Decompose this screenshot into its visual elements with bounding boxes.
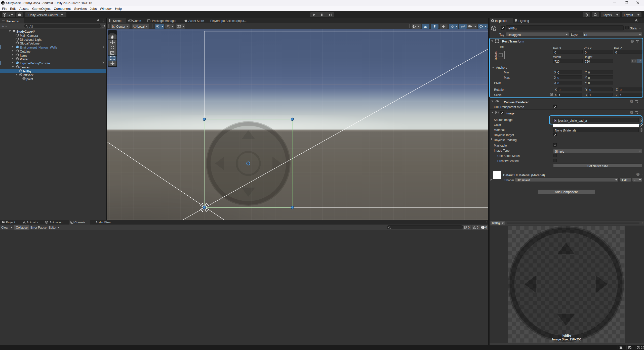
svg-text:Y: Y (158, 26, 159, 28)
svg-text:?: ? (631, 40, 633, 42)
svg-text:?: ? (631, 111, 632, 114)
svg-text:?: ? (631, 100, 632, 103)
svg-text:?: ? (637, 173, 639, 176)
